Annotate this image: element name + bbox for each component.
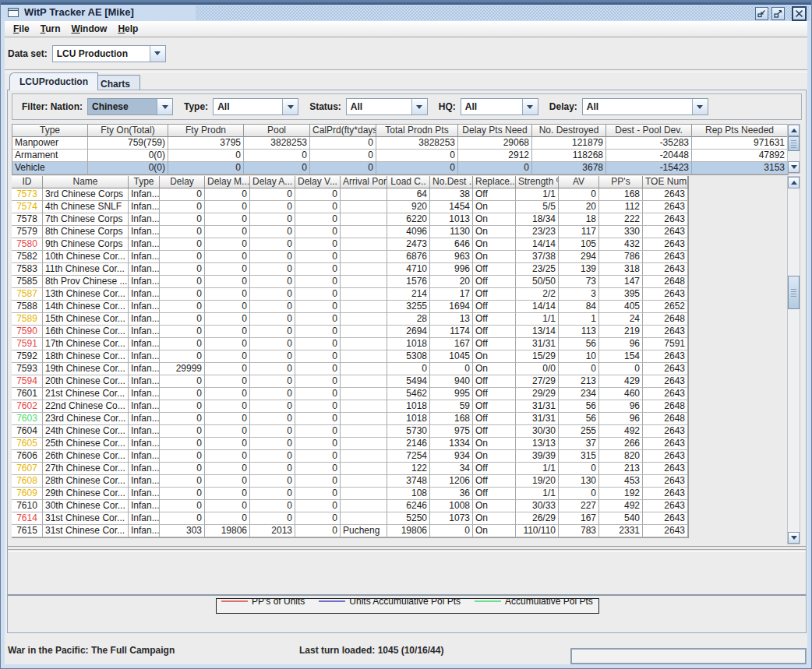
- scroll-down-button[interactable]: [788, 532, 800, 544]
- column-header[interactable]: ID: [12, 176, 43, 188]
- table-cell: 0: [295, 226, 341, 238]
- header-row: IDNameTypeDelayDelay M...Delay A...Delay…: [12, 176, 688, 188]
- column-header[interactable]: Delay A...: [250, 176, 295, 188]
- column-header[interactable]: AV: [559, 176, 599, 188]
- table-cell: 27th Chinese Cor...: [43, 463, 129, 475]
- unit-row[interactable]: 760929th Chinese Cor...Infan...000010836…: [12, 488, 688, 500]
- column-header[interactable]: Replace...: [473, 176, 516, 188]
- unit-row[interactable]: 760828th Chinese Cor...Infan...000037481…: [12, 475, 688, 488]
- column-header[interactable]: No.Dest ...: [430, 176, 473, 188]
- column-header[interactable]: Arrival Port: [341, 176, 387, 188]
- column-header[interactable]: Load C..: [387, 176, 430, 188]
- table-cell: 18: [559, 213, 599, 226]
- table-cell: 1018: [387, 338, 430, 350]
- column-header[interactable]: CalPrd(fty*days): [310, 125, 376, 137]
- unit-row[interactable]: 760626th Chinese Cor...Infan...000072549…: [12, 450, 688, 463]
- unit-row[interactable]: 760222nd Chinese Co...Infan...0000101859…: [12, 400, 688, 413]
- unit-row[interactable]: 75744th Chinese SNLFInfan...00009201454O…: [12, 201, 688, 213]
- unit-row[interactable]: 759016th Chinese Cor...Infan...000026941…: [12, 326, 688, 338]
- unit-row[interactable]: 75787th Chinese CorpsInfan...00006220101…: [12, 213, 688, 226]
- last-turn-loaded: Last turn loaded: 1045 (10/16/44): [299, 645, 443, 656]
- status-combo-button[interactable]: [411, 99, 427, 114]
- delay-combo-button[interactable]: [692, 99, 708, 114]
- scrollbar-thumb[interactable]: [788, 136, 800, 151]
- nation-combo-button[interactable]: [157, 99, 172, 114]
- table-cell: [341, 338, 387, 350]
- unit-row[interactable]: 759319th Chinese Cor...Infan...299990000…: [12, 363, 688, 375]
- summary-row[interactable]: Manpower759(759)379538282530382825329068…: [12, 137, 788, 150]
- split-divider[interactable]: [8, 594, 806, 596]
- scrollbar-thumb[interactable]: [788, 276, 800, 309]
- column-header[interactable]: Delay M...: [205, 176, 250, 188]
- menu-turn[interactable]: Turn: [35, 22, 66, 36]
- summary-row[interactable]: Vehicle0(0)000003678-154233153: [12, 162, 788, 174]
- column-header[interactable]: PP's: [599, 176, 643, 188]
- hq-filter-combo[interactable]: All: [461, 98, 538, 115]
- unit-row[interactable]: 758311th Chinese Cor...Infan...000047109…: [12, 263, 688, 276]
- unit-row[interactable]: 758814th Chinese Cor...Infan...000032551…: [12, 301, 688, 313]
- unit-row[interactable]: 761531st Chinese Cor...Infan...303198062…: [12, 525, 688, 537]
- close-button[interactable]: [792, 6, 807, 21]
- column-header[interactable]: Type: [12, 125, 88, 137]
- column-header[interactable]: Delay V...: [295, 176, 341, 188]
- unit-row[interactable]: 761030th Chinese Cor...Infan...000062461…: [12, 500, 688, 512]
- unit-row[interactable]: 759117th Chinese Cor...Infan...000010181…: [12, 338, 688, 350]
- column-header[interactable]: Type: [129, 176, 160, 188]
- unit-row[interactable]: 759420th Chinese Cor...Infan...000054949…: [12, 375, 688, 388]
- minimize-button[interactable]: [755, 7, 768, 20]
- column-header[interactable]: Rep Pts Needed: [692, 125, 788, 137]
- column-header[interactable]: Fty Prodn: [168, 125, 244, 137]
- unit-row[interactable]: 760424th Chinese Cor...Infan...000057309…: [12, 425, 688, 438]
- unit-row[interactable]: 759218th Chinese Cor...Infan...000053081…: [12, 350, 688, 363]
- tab-lcuproduction[interactable]: LCUProduction: [9, 72, 98, 90]
- summary-row[interactable]: Armament0(0)00002912118268-2044847892: [12, 150, 788, 162]
- unit-row[interactable]: 761431st Chinese Cor...Infan...000052501…: [12, 512, 688, 525]
- summary-scrollbar[interactable]: [787, 124, 800, 174]
- column-header[interactable]: No. Destroyed: [532, 125, 606, 137]
- unit-row[interactable]: 75798th Chinese CorpsInfan...00004096113…: [12, 226, 688, 238]
- column-header[interactable]: Pool: [244, 125, 310, 137]
- unit-row[interactable]: 760727th Chinese Cor...Infan...000012234…: [12, 463, 688, 475]
- column-header[interactable]: Name: [43, 176, 129, 188]
- table-cell: 23rd Chinese Cor...: [43, 413, 129, 425]
- column-header[interactable]: Fty On(Total): [88, 125, 168, 137]
- nation-filter-combo[interactable]: Chinese: [87, 98, 173, 115]
- unit-row[interactable]: 760323rd Chinese Cor...Infan...000010181…: [12, 413, 688, 425]
- column-header[interactable]: Strength %: [516, 176, 559, 188]
- delay-filter-combo[interactable]: All: [582, 98, 708, 115]
- table-cell: [341, 313, 387, 326]
- unit-row[interactable]: 75858th Prov Chinese ...Infan...00001576…: [12, 276, 688, 288]
- dataset-combo[interactable]: LCU Production: [52, 45, 166, 62]
- column-header[interactable]: Total Prodn Pts: [376, 125, 458, 137]
- type-combo-button[interactable]: [282, 99, 298, 114]
- unit-row[interactable]: 75809th Chinese CorpsInfan...00002473646…: [12, 238, 688, 251]
- table-cell: On: [473, 438, 516, 450]
- table-cell: 0: [205, 450, 250, 463]
- scroll-up-button[interactable]: [788, 177, 800, 188]
- column-header[interactable]: TOE Num: [643, 176, 688, 188]
- column-header[interactable]: Delay Pts Need: [458, 125, 532, 137]
- title-bar[interactable]: WitP Tracker AE [Mike]: [1, 1, 811, 21]
- unit-row[interactable]: 75733rd Chinese CorpsInfan...00006438Off…: [12, 188, 688, 201]
- type-filter-combo[interactable]: All: [213, 98, 298, 115]
- unit-row[interactable]: 758713th Chinese Cor...Infan...000021417…: [12, 288, 688, 301]
- unit-row[interactable]: 758210th Chinese Cor...Infan...000068769…: [12, 251, 688, 263]
- menu-file[interactable]: File: [8, 22, 35, 36]
- menu-help[interactable]: Help: [112, 22, 143, 36]
- status-filter-combo[interactable]: All: [346, 98, 428, 115]
- menu-window[interactable]: Window: [65, 22, 112, 36]
- hq-combo-button[interactable]: [522, 99, 538, 114]
- units-scrollbar[interactable]: [787, 176, 800, 544]
- scroll-up-button[interactable]: [788, 125, 800, 136]
- unit-row[interactable]: 758915th Chinese Cor...Infan...00002813O…: [12, 313, 688, 326]
- dataset-combo-button[interactable]: [150, 46, 165, 62]
- unit-row[interactable]: 760121st Chinese Cor...Infan...000054629…: [12, 388, 688, 400]
- column-header[interactable]: Delay: [160, 176, 205, 188]
- table-cell: Infan...: [129, 276, 160, 288]
- unit-row[interactable]: 760525th Chinese Cor...Infan...000021461…: [12, 438, 688, 450]
- table-cell: 0: [205, 512, 250, 525]
- column-header[interactable]: Dest - Pool Dev.: [606, 125, 692, 137]
- scroll-down-button[interactable]: [788, 161, 800, 173]
- maximize-button[interactable]: [771, 7, 785, 20]
- table-cell: 0: [559, 188, 599, 201]
